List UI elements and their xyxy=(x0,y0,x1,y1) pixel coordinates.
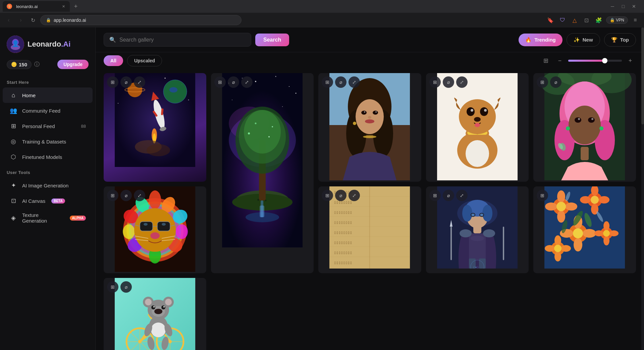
gallery-slash-icon-10[interactable]: ⌀ xyxy=(120,281,132,293)
gallery-slash-icon-4[interactable]: ⌀ xyxy=(443,76,454,88)
search-button[interactable]: Search xyxy=(255,34,289,46)
app-container: 👤 Leonardo.Ai 🪙 150 ⓘ Upgrade Start Here… xyxy=(0,27,644,350)
sidebar-item-texture[interactable]: ◈ Texture Generation ALPHA xyxy=(3,209,93,227)
new-tab-button[interactable]: + xyxy=(71,2,80,11)
gallery-slash-icon-5[interactable]: ⌀ xyxy=(550,76,561,88)
address-input[interactable]: 🔒 app.leonardo.ai xyxy=(40,15,241,25)
upscaled-filter-button[interactable]: Upscaled xyxy=(127,55,162,66)
svg-point-186 xyxy=(603,236,609,245)
gallery-item-hieroglyphs[interactable]: 𓀀 𓁀 𓂀 𓃀 𓄀 𓅀 𓆀 𓇀 𓈀 𓉀 𓊀 𓋀 𓌀 𓍀 𓎀 𓏀 𓁹 𓂋 𓄤 𓆑 … xyxy=(318,186,421,273)
sidebar-item-home[interactable]: ⌂ Home xyxy=(3,88,93,103)
gallery-expand-icon-8[interactable]: ⤢ xyxy=(456,190,468,201)
trending-button[interactable]: 🔥 Trending xyxy=(519,34,562,46)
gallery-container[interactable]: ⊞ ⌀ ⤢ xyxy=(96,69,644,350)
zoom-slider[interactable] xyxy=(568,60,622,62)
profile-icon[interactable]: △ xyxy=(570,15,579,25)
gallery-expand-icon-4[interactable]: ⤢ xyxy=(456,76,468,88)
svg-text:𓄻 𓅡 𓆐 𓇥 𓈱 𓉲 𓊼 𓋚: 𓄻 𓅡 𓆐 𓇥 𓈱 𓉲 𓊼 𓋚 xyxy=(334,251,352,255)
gallery-grid-icon-9[interactable]: ⊞ xyxy=(537,190,548,201)
home-icon: ⌂ xyxy=(9,91,17,99)
tab-bar: 🎨 leonardo.ai ✕ + ─ □ ✕ xyxy=(0,0,644,13)
zoom-out-button[interactable]: − xyxy=(554,55,566,66)
svg-point-34 xyxy=(296,93,297,94)
svg-point-171 xyxy=(556,202,566,211)
sidebar-item-community-feed[interactable]: 👥 Community Feed xyxy=(3,103,93,118)
gallery-item-dog[interactable]: ⊞ ⌀ ⤢ xyxy=(426,73,529,182)
upgrade-button[interactable]: Upgrade xyxy=(57,60,89,69)
svg-point-225 xyxy=(165,299,172,305)
active-tab[interactable]: 🎨 leonardo.ai ✕ xyxy=(3,1,70,12)
gallery-slash-icon-6[interactable]: ⌀ xyxy=(120,190,132,201)
gallery-item-flowers[interactable]: ⊞ xyxy=(533,186,636,273)
gallery-grid-icon-4[interactable]: ⊞ xyxy=(429,76,441,88)
svg-point-44 xyxy=(272,126,273,127)
search-input[interactable] xyxy=(119,37,246,43)
all-filter-button[interactable]: All xyxy=(104,55,123,66)
scrollbar-track xyxy=(641,27,644,350)
top-button[interactable]: 🏆 Top xyxy=(604,33,636,47)
tab-close-button[interactable]: ✕ xyxy=(61,4,66,9)
gallery-expand-icon-1[interactable]: ⤢ xyxy=(134,76,145,88)
gallery-item-pinkwomen[interactable]: ⊞ ⌀ xyxy=(533,73,636,182)
maximize-button[interactable]: □ xyxy=(619,2,628,11)
gallery-grid-icon-10[interactable]: ⊞ xyxy=(107,281,118,293)
svg-point-192 xyxy=(554,251,561,261)
bookmark-button[interactable]: 🔖 xyxy=(546,15,555,25)
minimize-button[interactable]: ─ xyxy=(608,2,617,11)
gallery-expand-icon-2[interactable]: ⤢ xyxy=(241,76,253,88)
ai-canvas-icon: ⊡ xyxy=(9,197,17,205)
gallery-slash-icon-7[interactable]: ⌀ xyxy=(335,190,346,201)
gallery-item-lion[interactable]: ⊞ ⌀ ⤢ xyxy=(104,186,206,273)
layout-button[interactable]: ⊡ xyxy=(582,15,591,25)
gallery-grid-icon-5[interactable]: ⊞ xyxy=(537,76,548,88)
new-button[interactable]: ✨ New xyxy=(567,33,600,47)
gallery-slash-icon-3[interactable]: ⌀ xyxy=(335,76,346,88)
zoom-in-button[interactable]: + xyxy=(625,55,636,66)
gallery-slash-icon-8[interactable]: ⌀ xyxy=(443,190,454,201)
svg-point-50 xyxy=(265,200,267,201)
sidebar-item-home-label: Home xyxy=(22,93,36,98)
help-icon[interactable]: ⓘ xyxy=(34,61,40,68)
svg-point-177 xyxy=(591,196,599,204)
sidebar-item-personal-feed[interactable]: ⊞ Personal Feed 88 xyxy=(3,118,93,134)
personal-feed-icon: ⊞ xyxy=(9,122,17,130)
gallery-item-tree[interactable]: ⊞ ⌀ ⤢ xyxy=(211,73,314,273)
gallery-expand-icon-3[interactable]: ⤢ xyxy=(348,76,360,88)
gallery-grid-icon-7[interactable]: ⊞ xyxy=(322,190,333,201)
gallery-grid-icon-2[interactable]: ⊞ xyxy=(214,76,226,88)
forward-button[interactable]: › xyxy=(16,15,25,25)
sidebar-item-ai-canvas[interactable]: ⊡ AI Canvas BETA xyxy=(3,193,93,209)
sidebar-item-training[interactable]: ◎ Training & Datasets xyxy=(3,134,93,149)
svg-point-75 xyxy=(471,109,473,112)
menu-button[interactable]: ≡ xyxy=(631,15,640,25)
vpn-badge[interactable]: 🔒 VPN xyxy=(606,16,628,24)
reload-button[interactable]: ↻ xyxy=(28,15,38,25)
sidebar-item-finetuned[interactable]: ⬡ Finetuned Models xyxy=(3,149,93,165)
browser-actions: 🔖 🛡 △ ⊡ 🧩 🔒 VPN ≡ xyxy=(546,15,640,25)
gallery-item-rocket[interactable]: ⊞ ⌀ ⤢ xyxy=(104,73,206,182)
gallery-slash-icon-1[interactable]: ⌀ xyxy=(120,76,132,88)
svg-point-43 xyxy=(248,132,250,134)
svg-point-78 xyxy=(475,123,480,127)
gallery-slash-icon-2[interactable]: ⌀ xyxy=(228,76,239,88)
gallery-expand-icon-6[interactable]: ⤢ xyxy=(134,190,145,201)
svg-point-169 xyxy=(545,202,557,211)
gallery-grid-icon-1[interactable]: ⊞ xyxy=(107,76,118,88)
gallery-item-warrior[interactable]: ⟨✦⟩ ⊞ ⌀ ⤢ xyxy=(426,186,529,273)
trending-icon: 🔥 xyxy=(525,37,532,43)
shield-icon[interactable]: 🛡 xyxy=(558,15,567,25)
gallery-expand-icon-7[interactable]: ⤢ xyxy=(348,190,360,201)
close-button[interactable]: ✕ xyxy=(629,2,639,11)
start-here-label: Start Here xyxy=(0,74,95,88)
gallery-item-koala-overlay: ⊞ ⌀ xyxy=(107,281,132,293)
scrollbar-thumb[interactable] xyxy=(641,27,644,124)
extensions-button[interactable]: 🧩 xyxy=(594,15,603,25)
gallery-grid-icon-6[interactable]: ⊞ xyxy=(107,190,118,201)
gallery-item-koala[interactable]: ⊞ ⌀ xyxy=(104,278,206,350)
back-button[interactable]: ‹ xyxy=(4,15,13,25)
gallery-grid-icon-3[interactable]: ⊞ xyxy=(322,76,333,88)
gallery-grid-icon-8[interactable]: ⊞ xyxy=(429,190,441,201)
grid-view-button[interactable]: ⊞ xyxy=(540,55,551,66)
sidebar-item-ai-image[interactable]: ✦ AI Image Generation xyxy=(3,178,93,193)
gallery-item-woman[interactable]: ⊞ ⌀ ⤢ xyxy=(318,73,421,182)
